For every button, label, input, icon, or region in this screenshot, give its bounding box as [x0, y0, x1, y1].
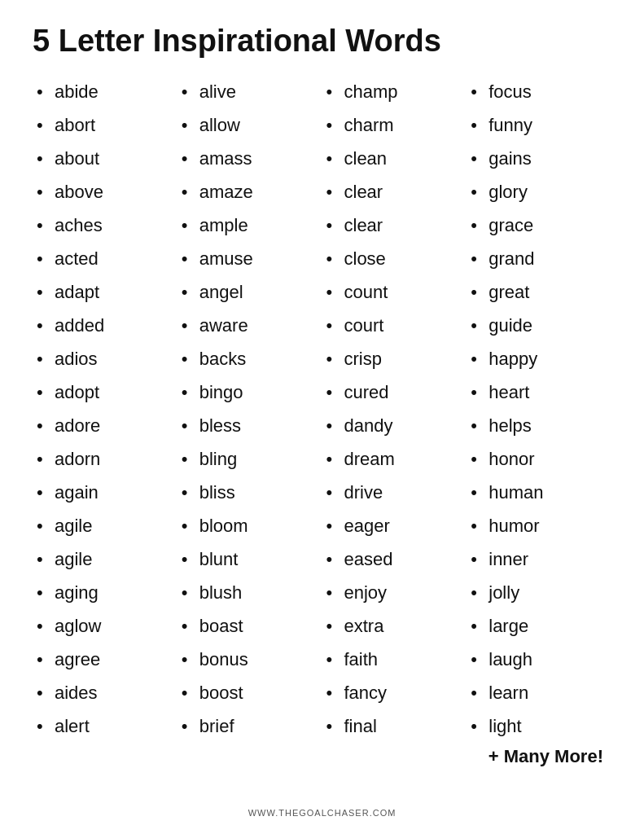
bullet-icon: •: [37, 112, 55, 138]
bullet-icon: •: [326, 612, 344, 639]
bullet-icon: •: [471, 546, 488, 573]
word-text: guide: [488, 312, 532, 339]
word-text: aware: [199, 312, 248, 339]
word-text: charm: [344, 112, 394, 138]
list-item: •bloom: [182, 509, 318, 542]
word-text: dandy: [344, 412, 393, 439]
word-text: final: [344, 713, 377, 740]
word-text: funny: [488, 112, 532, 138]
bullet-icon: •: [182, 312, 199, 339]
list-item: •about: [37, 142, 173, 175]
list-item: •light: [471, 709, 607, 743]
bullet-icon: •: [471, 446, 488, 472]
list-item: •bonus: [182, 643, 318, 676]
list-item: •ample: [182, 208, 318, 242]
bullet-icon: •: [326, 245, 344, 272]
word-text: boost: [199, 679, 243, 706]
list-item: •happy: [471, 342, 607, 375]
word-text: clear: [344, 212, 383, 239]
word-text: enjoy: [344, 579, 388, 606]
word-text: aides: [55, 679, 98, 706]
bullet-icon: •: [471, 178, 488, 205]
bullet-icon: •: [326, 646, 344, 673]
bullet-icon: •: [471, 479, 488, 506]
word-text: grand: [488, 245, 534, 272]
bullet-icon: •: [37, 178, 55, 205]
word-text: happy: [488, 345, 537, 372]
list-item: •clear: [326, 208, 463, 242]
word-text: brief: [199, 713, 234, 740]
list-item: •aware: [182, 309, 318, 342]
list-item: •abort: [37, 108, 173, 142]
bullet-icon: •: [182, 412, 199, 439]
bullet-icon: •: [326, 112, 344, 138]
list-item: •bliss: [182, 476, 318, 509]
list-item: •agile: [37, 509, 173, 542]
word-text: learn: [488, 679, 528, 706]
bullet-icon: •: [37, 245, 55, 272]
bullet-icon: •: [37, 479, 55, 506]
word-text: adapt: [55, 279, 99, 305]
list-item: •humor: [471, 509, 607, 542]
list-item: •boost: [182, 676, 318, 709]
bullet-icon: •: [182, 546, 199, 573]
list-item: •bless: [182, 409, 318, 442]
list-item: •glory: [471, 175, 607, 208]
bullet-icon: •: [37, 345, 55, 372]
list-item: •blush: [182, 576, 318, 609]
word-text: bonus: [199, 646, 248, 673]
list-item: •amuse: [182, 242, 318, 275]
bullet-icon: •: [326, 312, 344, 339]
word-text: acted: [55, 245, 99, 272]
word-column-4: •focus•funny•gains•glory•grace•grand•gre…: [467, 75, 611, 800]
word-text: count: [344, 279, 388, 305]
list-item: •cured: [326, 375, 463, 409]
list-item: •human: [471, 476, 607, 509]
word-text: adios: [55, 345, 98, 372]
list-item: •charm: [326, 108, 463, 142]
word-text: aches: [55, 212, 103, 239]
bullet-icon: •: [37, 446, 55, 472]
list-item: •drive: [326, 476, 463, 509]
list-item: •angel: [182, 275, 318, 309]
list-item: •aging: [37, 576, 173, 609]
word-text: adorn: [55, 446, 100, 472]
bullet-icon: •: [326, 145, 344, 172]
word-text: blunt: [199, 546, 239, 573]
word-text: champ: [344, 78, 398, 105]
list-item: •enjoy: [326, 576, 463, 609]
bullet-icon: •: [471, 345, 488, 372]
bullet-icon: •: [182, 512, 199, 539]
bullet-icon: •: [182, 178, 199, 205]
list-item: •court: [326, 309, 463, 342]
bullet-icon: •: [37, 679, 55, 706]
bullet-icon: •: [37, 145, 55, 172]
bullet-icon: •: [326, 479, 344, 506]
list-item: •alert: [37, 709, 173, 743]
list-item: •laugh: [471, 643, 607, 676]
word-text: agile: [55, 512, 92, 539]
list-item: •abide: [37, 75, 173, 108]
list-item: •acted: [37, 242, 173, 275]
footer-url: WWW.THEGOALCHASER.COM: [33, 808, 611, 818]
list-item: •adore: [37, 409, 173, 442]
word-text: bless: [199, 412, 241, 439]
word-text: close: [344, 245, 386, 272]
bullet-icon: •: [37, 612, 55, 639]
word-text: cured: [344, 379, 389, 406]
word-text: amuse: [199, 245, 253, 272]
bullet-icon: •: [182, 112, 199, 138]
page-container: 5 Letter Inspirational Words •abide•abor…: [0, 0, 644, 834]
list-item: •guide: [471, 309, 607, 342]
bullet-icon: •: [471, 612, 488, 639]
bullet-icon: •: [326, 379, 344, 406]
bullet-icon: •: [326, 512, 344, 539]
bullet-icon: •: [326, 446, 344, 472]
bullet-icon: •: [182, 479, 199, 506]
bullet-icon: •: [182, 379, 199, 406]
list-item: •adios: [37, 342, 173, 375]
bullet-icon: •: [37, 412, 55, 439]
list-item: •fancy: [326, 676, 463, 709]
bullet-icon: •: [326, 78, 344, 105]
bullet-icon: •: [471, 512, 488, 539]
